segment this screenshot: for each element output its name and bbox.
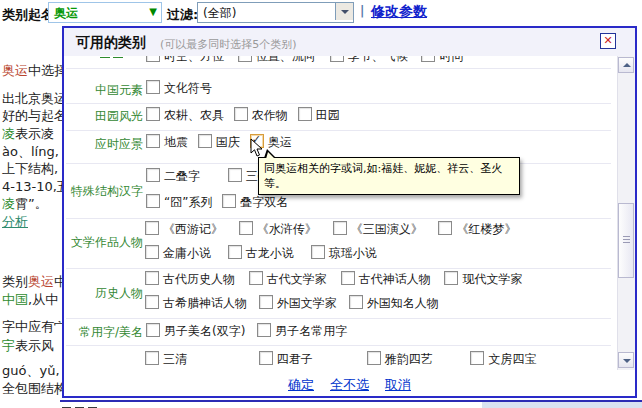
category-option[interactable]: 农耕、农具 <box>146 107 224 124</box>
category-row: 古希腊神话人物 外国文学家 外国知名人物 <box>145 295 447 312</box>
dialog-title: 可用的类别 <box>76 34 146 52</box>
checkbox[interactable] <box>259 351 273 365</box>
category-option[interactable]: 地震 <box>146 134 188 151</box>
category-option[interactable]: 文房四宝 <box>470 351 536 368</box>
checkbox[interactable] <box>146 107 160 121</box>
checkbox[interactable] <box>438 221 452 235</box>
category-option[interactable]: 外国文学家 <box>259 295 337 312</box>
filter-select-value: (全部) <box>203 5 236 22</box>
category-option[interactable]: 琼瑶小说 <box>311 245 377 262</box>
category-option[interactable]: 男子美名(双字) <box>146 323 245 340</box>
category-option[interactable]: 金庸小说 <box>145 245 211 262</box>
category-option[interactable]: 季节、气候 <box>330 56 408 65</box>
checkbox[interactable] <box>145 351 159 365</box>
category-option[interactable]: 时间 <box>421 56 463 65</box>
checkbox[interactable] <box>146 134 160 148</box>
category-option[interactable]: 位置、流向 <box>238 56 316 65</box>
checkbox[interactable] <box>146 80 160 94</box>
deselect-all-link[interactable]: 全不选 <box>330 377 369 392</box>
checkbox[interactable] <box>146 168 160 182</box>
category-option[interactable]: 国庆 <box>198 134 240 151</box>
category-row: 金庸小说 古龙小说 琼瑶小说 <box>145 245 390 262</box>
close-icon[interactable] <box>600 33 616 49</box>
category-option[interactable]: 雅韵四艺 <box>367 351 433 368</box>
category-option[interactable]: 古代历史人物 <box>145 271 235 288</box>
dialog-header: 可用的类别 (可以最多同时选择5个类别) <box>64 28 635 57</box>
checkbox[interactable] <box>146 56 160 62</box>
row-label: 历史人物 <box>64 285 143 302</box>
scrollbar-down-button[interactable] <box>618 352 634 368</box>
category-option[interactable]: 《三国演义》 <box>333 221 423 238</box>
category-option[interactable]: “囧”系列 <box>146 194 212 211</box>
background-text-line: 好的与起名 <box>2 107 67 125</box>
category-option[interactable]: 农作物 <box>234 107 288 124</box>
checkbox[interactable] <box>367 351 381 365</box>
edit-params-link[interactable]: 修改参数 <box>371 3 427 21</box>
checkbox[interactable] <box>311 245 325 259</box>
checkbox[interactable] <box>330 56 344 62</box>
category-option[interactable]: 古龙小说 <box>228 245 294 262</box>
category-option[interactable]: 时空、方位 <box>146 56 224 65</box>
checkbox[interactable] <box>238 56 252 62</box>
category-option[interactable]: 古代文学家 <box>249 271 327 288</box>
clipped-row-label <box>100 56 144 58</box>
checkbox[interactable] <box>470 351 484 365</box>
checkbox[interactable] <box>145 221 159 235</box>
category-option[interactable]: 外国知名人物 <box>349 295 439 312</box>
scrollbar-thumb[interactable] <box>618 203 634 278</box>
category-option[interactable]: 《水浒传》 <box>239 221 317 238</box>
category-option[interactable]: 《红楼梦》 <box>438 221 516 238</box>
category-option[interactable]: 《西游记》 <box>145 221 223 238</box>
checkbox[interactable] <box>228 168 242 182</box>
checkbox[interactable] <box>145 295 159 309</box>
checkbox[interactable] <box>222 194 236 208</box>
checkbox[interactable] <box>145 271 159 285</box>
dialog-footer: 确定全不选取消 <box>64 376 635 394</box>
mouse-cursor-icon <box>250 138 264 158</box>
scrollbar-track[interactable] <box>617 56 635 370</box>
row-divider <box>66 345 611 346</box>
checkbox[interactable] <box>298 107 312 121</box>
category-option[interactable]: 三清 <box>145 351 187 368</box>
category-option[interactable]: 文化符号 <box>146 80 212 97</box>
checkbox[interactable] <box>257 323 271 337</box>
category-option[interactable]: 现代文学家 <box>444 271 522 288</box>
category-option[interactable]: 古代神话人物 <box>341 271 431 288</box>
row-label: 田园风光 <box>64 108 143 125</box>
checkbox[interactable] <box>444 271 458 285</box>
cancel-link[interactable]: 取消 <box>385 377 411 392</box>
checkbox[interactable] <box>145 245 159 259</box>
checkbox[interactable] <box>249 271 263 285</box>
category-row: 古代历史人物 古代文学家 古代神话人物 现代文学家 <box>145 271 532 288</box>
category-option[interactable]: 男子名常用字 <box>257 323 347 340</box>
tooltip-tail <box>266 152 275 159</box>
checkbox[interactable] <box>239 221 253 235</box>
background-text-line: 宇表示风 <box>2 337 54 355</box>
checkbox[interactable] <box>333 221 347 235</box>
ok-link[interactable]: 确定 <box>288 377 314 392</box>
category-option[interactable]: 二叠字 <box>146 168 200 185</box>
clipped-background-text <box>62 404 101 408</box>
category-option[interactable]: 田园 <box>298 107 340 124</box>
dropdown-arrow-icon[interactable] <box>335 3 353 20</box>
scrollbar-up-button[interactable] <box>618 57 634 73</box>
category-row: 时空、方位 位置、流向 季节、气候 时间 <box>146 56 473 65</box>
category-dropdown[interactable]: 奥运 <box>48 2 162 23</box>
category-option[interactable]: 叠字双名 <box>222 194 288 211</box>
checkbox[interactable] <box>198 134 212 148</box>
filter-select[interactable]: (全部) <box>197 2 354 23</box>
chevron-down-icon[interactable] <box>149 6 157 17</box>
checkbox[interactable] <box>421 56 435 62</box>
checkbox[interactable] <box>341 271 355 285</box>
checkbox[interactable] <box>146 323 160 337</box>
category-option[interactable]: 古希腊神话人物 <box>145 295 247 312</box>
row-divider <box>66 103 611 104</box>
category-option[interactable]: 四君子 <box>259 351 313 368</box>
checkbox[interactable] <box>228 245 242 259</box>
row-divider <box>66 130 611 131</box>
checkbox[interactable] <box>349 295 363 309</box>
checkbox[interactable] <box>146 194 160 208</box>
background-link-text[interactable]: 分析 <box>2 213 28 231</box>
checkbox[interactable] <box>259 295 273 309</box>
checkbox[interactable] <box>234 107 248 121</box>
